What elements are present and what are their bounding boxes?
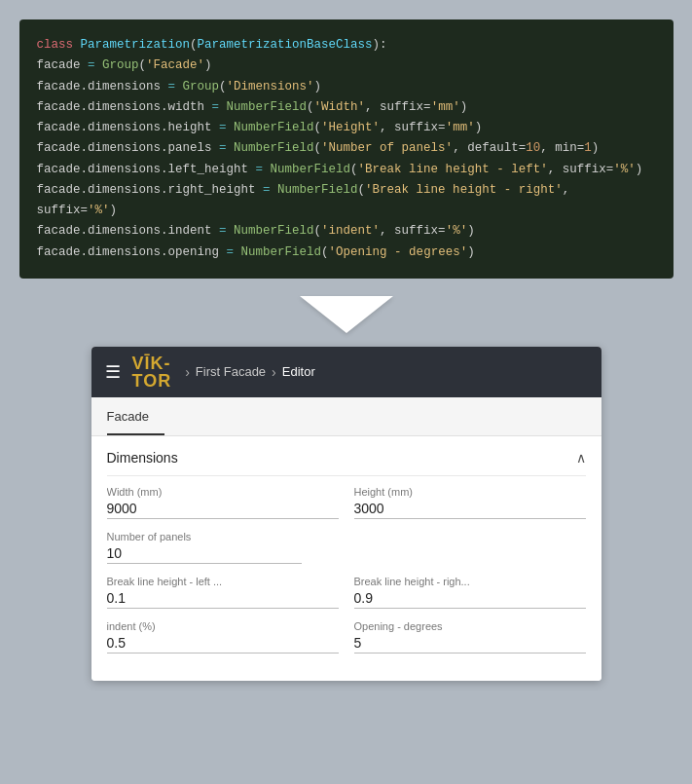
break-right-value[interactable]: 0.9: [354, 589, 586, 609]
code-block: class Parametrization(ParametrizationBas…: [19, 19, 674, 279]
arrow-container: [19, 279, 674, 347]
breadcrumb-chevron-1: ›: [185, 364, 190, 380]
panels-label: Number of panels: [107, 531, 302, 542]
app-header: ☰ VĪK- TOR › First Facade › Editor: [91, 347, 601, 397]
hamburger-icon[interactable]: ☰: [105, 361, 121, 383]
form-content: Dimensions ∧ Width (mm) 9000 Height (mm)…: [91, 436, 601, 681]
field-group-panels: Number of panels 10: [107, 531, 302, 564]
break-left-value[interactable]: 0.1: [107, 589, 339, 609]
field-group-height: Height (mm) 3000: [354, 486, 586, 519]
dimensions-section-header: Dimensions ∧: [107, 436, 586, 476]
break-right-label: Break line height - righ...: [354, 576, 586, 587]
section-title: Dimensions: [107, 450, 178, 466]
breadcrumb-item-2[interactable]: Editor: [282, 364, 315, 379]
break-left-label: Break line height - left ...: [107, 576, 339, 587]
width-value[interactable]: 9000: [107, 500, 339, 519]
tab-facade[interactable]: Facade: [107, 397, 164, 435]
opening-value[interactable]: 5: [354, 634, 586, 653]
field-group-indent: indent (%) 0.5: [107, 620, 339, 653]
breadcrumb-item-1[interactable]: First Facade: [196, 364, 266, 379]
field-group-width: Width (mm) 9000: [107, 486, 339, 519]
field-group-break-right: Break line height - righ... 0.9: [354, 576, 586, 609]
fields-area: Width (mm) 9000 Height (mm) 3000 Number …: [107, 476, 586, 653]
logo-line2: TOR: [132, 372, 172, 390]
field-group-opening: Opening - degrees 5: [354, 620, 586, 653]
opening-label: Opening - degrees: [354, 620, 586, 632]
indent-value[interactable]: 0.5: [107, 634, 339, 653]
field-row-1: Width (mm) 9000 Height (mm) 3000: [107, 486, 586, 519]
breadcrumb-chevron-2: ›: [272, 364, 276, 380]
breadcrumb: › First Facade › Editor: [185, 364, 315, 380]
field-group-break-left: Break line height - left ... 0.1: [107, 576, 339, 609]
indent-label: indent (%): [107, 620, 339, 632]
field-row-3: Break line height - left ... 0.1 Break l…: [107, 576, 586, 609]
viktor-panel: ☰ VĪK- TOR › First Facade › Editor Facad…: [91, 347, 601, 681]
field-row-4: indent (%) 0.5 Opening - degrees 5: [107, 620, 586, 653]
arrow-down-icon: [300, 296, 393, 333]
logo-line1: VĪK-: [132, 355, 172, 372]
width-label: Width (mm): [107, 486, 339, 498]
tab-bar: Facade: [91, 397, 601, 436]
panels-value[interactable]: 10: [107, 544, 302, 564]
collapse-icon[interactable]: ∧: [576, 450, 586, 466]
viktor-logo: VĪK- TOR: [132, 355, 172, 390]
height-label: Height (mm): [354, 486, 586, 498]
field-row-2: Number of panels 10: [107, 531, 586, 564]
height-value[interactable]: 3000: [354, 500, 586, 519]
